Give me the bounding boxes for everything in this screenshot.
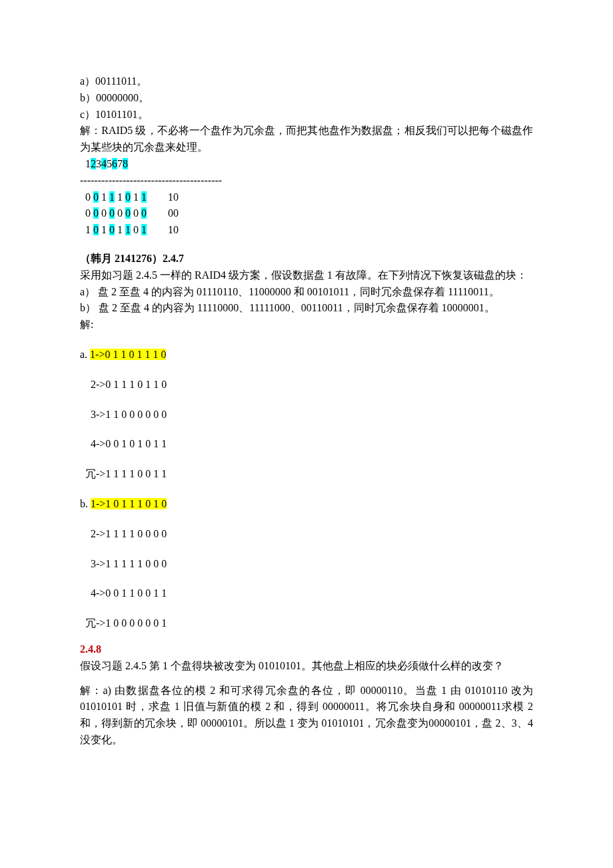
top-explain: 解：RAID5 级，不必将一个盘作为冗余盘，而把其他盘作为数据盘；相反我们可以把… (80, 123, 533, 156)
bit-row-3: 1 0 1 0 1 1 0 1 10 (80, 222, 533, 239)
sol-a-2: 2->0 1 1 1 0 1 1 0 (80, 377, 533, 393)
section-248-q: 假设习题 2.4.5 第 1 个盘得块被改变为 01010101。其他盘上相应的… (80, 658, 533, 675)
sol-a-3: 3->1 1 0 0 0 0 0 0 (80, 407, 533, 423)
line-a: a）00111011。 (80, 73, 533, 90)
section-247-qa: a） 盘 2 至盘 4 的内容为 01110110、11000000 和 001… (80, 284, 533, 301)
bit-row-2: 0 0 0 0 0 0 0 0 00 (80, 205, 533, 222)
section-247-jie: 解: (80, 317, 533, 333)
sol-b-1: b. 1->1 0 1 1 1 0 1 0 (80, 496, 533, 513)
line-c: c）10101101。 (80, 107, 533, 123)
dashes: ---------------------------------------- (80, 173, 533, 189)
section-247-qb: b） 盘 2 至盘 4 的内容为 11110000、11111000、00110… (80, 300, 533, 317)
bit-header: 12345678 (80, 156, 533, 173)
section-248-ans: 解：a) 由数据盘各位的模 2 和可求得冗余盘的各位，即 00000110。当盘… (80, 683, 533, 749)
sol-a-r: 冗->1 1 1 1 0 0 1 1 (80, 466, 533, 483)
sol-b-4: 4->0 0 1 1 0 0 1 1 (80, 585, 533, 602)
bit-row-1: 0 0 1 1 1 0 1 1 10 (80, 189, 533, 206)
sol-a-1: a. 1->0 1 1 0 1 1 1 0 (80, 347, 533, 363)
sol-b-3: 3->1 1 1 1 1 0 0 0 (80, 556, 533, 573)
line-b: b）00000000。 (80, 90, 533, 107)
sol-a-4: 4->0 0 1 0 1 0 1 1 (80, 436, 533, 453)
section-247-desc: 采用如习题 2.4.5 一样的 RAID4 级方案，假设数据盘 1 有故障。在下… (80, 267, 533, 284)
sol-b-r: 冗->1 0 0 0 0 0 0 1 (80, 615, 533, 632)
sol-b-2: 2->1 1 1 1 0 0 0 0 (80, 526, 533, 543)
section-248-title: 2.4.8 (80, 641, 533, 658)
section-247-title: （韩月 2141276）2.4.7 (80, 251, 533, 267)
